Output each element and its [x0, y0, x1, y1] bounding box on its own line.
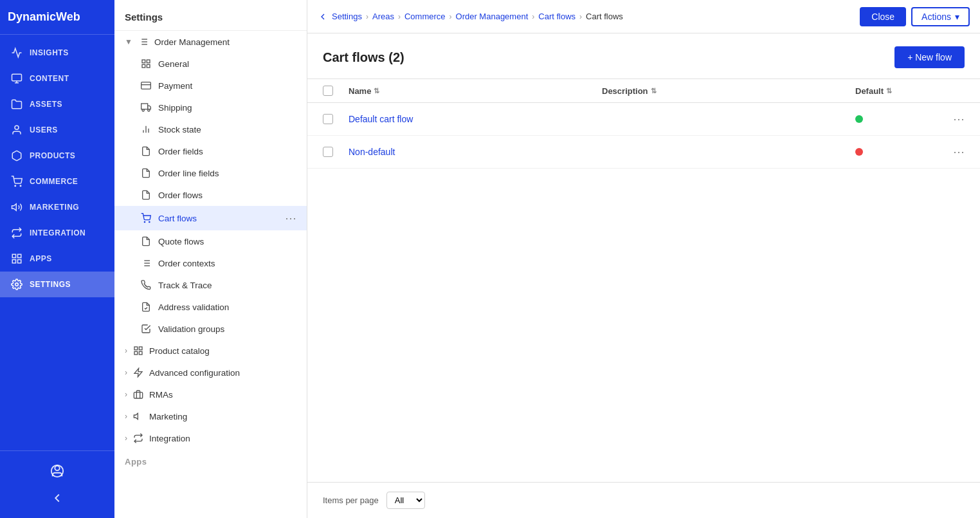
sidebar-item-address-validation[interactable]: Address validation — [114, 296, 307, 318]
nav-item-integration[interactable]: INTEGRATION — [0, 220, 114, 246]
default-sort-icon: ⇅ — [886, 87, 892, 95]
svg-point-29 — [148, 109, 150, 111]
breadcrumb-commerce[interactable]: Commerce — [404, 12, 446, 21]
sidebar-item-order-line-fields[interactable]: Order line fields — [114, 162, 307, 184]
row1-default-cell — [855, 115, 932, 123]
nav-item-apps[interactable]: APPS — [0, 246, 114, 272]
actions-chevron-icon: ▾ — [955, 12, 959, 22]
sidebar-item-order-flows[interactable]: Order flows — [114, 184, 307, 206]
general-icon — [140, 58, 152, 69]
select-all-checkbox[interactable] — [323, 86, 333, 96]
track-trace-icon — [140, 279, 152, 291]
name-sort-icon: ⇅ — [374, 87, 379, 95]
svg-point-4 — [15, 185, 16, 187]
svg-rect-24 — [141, 82, 151, 89]
main-content: Settings › Areas › Commerce › Order Mana… — [307, 0, 980, 518]
close-button[interactable]: Close — [860, 7, 906, 26]
sidebar-item-cart-flows[interactable]: Cart flows ⋯ — [114, 206, 307, 230]
row1-name[interactable]: Default cart flow — [349, 114, 602, 124]
th-description[interactable]: Description ⇅ — [602, 86, 855, 96]
svg-marker-6 — [12, 204, 17, 211]
svg-rect-41 — [134, 347, 138, 350]
sidebar-item-order-contexts-label: Order contexts — [158, 259, 296, 268]
row1-default-indicator — [855, 115, 863, 123]
row1-more-button[interactable]: ⋯ — [932, 112, 965, 126]
svg-marker-27 — [148, 106, 151, 109]
sidebar-group-order-management-label: Order Management — [154, 37, 230, 47]
sep-2: › — [398, 12, 401, 21]
svg-point-13 — [55, 466, 59, 470]
shipping-icon — [140, 102, 152, 113]
order-fields-icon — [140, 145, 152, 157]
order-line-fields-icon — [140, 167, 152, 179]
sidebar-item-payment-label: Payment — [158, 81, 296, 91]
sep-4: › — [532, 12, 534, 21]
sidebar-group-integration[interactable]: › Integration — [114, 427, 307, 449]
svg-point-28 — [142, 109, 144, 111]
sidebar-item-shipping-label: Shipping — [158, 103, 296, 113]
sidebar-item-validation-groups[interactable]: Validation groups — [114, 318, 307, 340]
row1-checkbox[interactable] — [323, 114, 333, 124]
nav-item-assets[interactable]: ASSETS — [0, 91, 114, 117]
nav-item-products[interactable]: PRODUCTS — [0, 143, 114, 169]
actions-button[interactable]: Actions ▾ — [911, 7, 970, 26]
sidebar-item-track-trace[interactable]: Track & Trace — [114, 274, 307, 296]
sidebar-group-advanced-configuration[interactable]: › Advanced configuration — [114, 362, 307, 384]
breadcrumb-order-management[interactable]: Order Management — [456, 12, 529, 21]
breadcrumb-back-icon[interactable] — [318, 12, 328, 22]
breadcrumb-cart-flows-link[interactable]: Cart flows — [538, 12, 576, 21]
sidebar-item-order-fields-label: Order fields — [158, 147, 296, 156]
sidebar-item-general[interactable]: General — [114, 53, 307, 75]
row2-checkbox[interactable] — [323, 147, 333, 157]
profile-button[interactable] — [0, 459, 114, 483]
sidebar-item-order-contexts[interactable]: Order contexts — [114, 252, 307, 274]
validation-groups-icon — [140, 323, 152, 335]
address-validation-icon — [140, 301, 152, 313]
sidebar-group-product-catalog[interactable]: › Product catalog — [114, 340, 307, 362]
svg-rect-8 — [18, 254, 21, 257]
row2-default-indicator — [855, 148, 863, 156]
nav-item-commerce[interactable]: COMMERCE — [0, 169, 114, 194]
sidebar-item-quote-flows[interactable]: Quote flows — [114, 230, 307, 252]
svg-rect-9 — [12, 260, 15, 263]
row2-checkbox-cell — [323, 147, 349, 157]
table-row: Non-default ⋯ — [307, 136, 980, 169]
row2-more-button[interactable]: ⋯ — [932, 145, 965, 159]
nav-bottom — [0, 450, 114, 518]
svg-rect-26 — [141, 104, 148, 109]
cart-flows-more-icon[interactable]: ⋯ — [285, 211, 296, 225]
svg-point-33 — [144, 221, 145, 222]
collapse-nav-button[interactable] — [0, 486, 114, 510]
sidebar-group-marketing[interactable]: › Marketing — [114, 405, 307, 427]
left-navigation: DynamicWeb INSIGHTS CONTENT ASSETS USER — [0, 0, 114, 518]
row2-name[interactable]: Non-default — [349, 147, 602, 157]
svg-marker-45 — [134, 368, 142, 376]
chevron-right-icon-2: › — [125, 368, 127, 377]
sep-1: › — [366, 12, 368, 21]
nav-item-users[interactable]: USERS — [0, 117, 114, 143]
nav-item-insights[interactable]: INSIGHTS — [0, 40, 114, 66]
sidebar-group-rmas[interactable]: › RMAs — [114, 384, 307, 405]
new-flow-button[interactable]: + New flow — [894, 46, 965, 68]
items-per-page-select[interactable]: All 10 25 50 100 — [386, 492, 425, 509]
sidebar-item-payment[interactable]: Payment — [114, 75, 307, 97]
th-default[interactable]: Default ⇅ — [855, 86, 932, 96]
breadcrumb-settings[interactable]: Settings — [332, 12, 362, 21]
sidebar-item-order-flows-label: Order flows — [158, 190, 296, 200]
row1-checkbox-cell — [323, 114, 349, 124]
breadcrumb-areas[interactable]: Areas — [372, 12, 394, 21]
th-actions — [932, 86, 965, 96]
th-name[interactable]: Name ⇅ — [349, 86, 602, 96]
nav-item-settings[interactable]: SETTINGS — [0, 272, 114, 297]
sidebar-group-order-management[interactable]: ▼ Order Management — [114, 31, 307, 53]
sidebar-item-stock-state[interactable]: Stock state — [114, 118, 307, 140]
order-flows-icon — [140, 189, 152, 201]
sidebar-item-order-fields[interactable]: Order fields — [114, 140, 307, 162]
content-area: Cart flows (2) + New flow Name ⇅ Descrip… — [307, 33, 980, 518]
sidebar-item-shipping[interactable]: Shipping — [114, 97, 307, 118]
chart-icon — [10, 46, 23, 59]
nav-item-content[interactable]: CONTENT — [0, 66, 114, 91]
nav-item-marketing[interactable]: MARKETING — [0, 194, 114, 220]
sidebar-item-address-validation-label: Address validation — [158, 302, 296, 312]
sidebar-group-rmas-label: RMAs — [149, 390, 173, 400]
